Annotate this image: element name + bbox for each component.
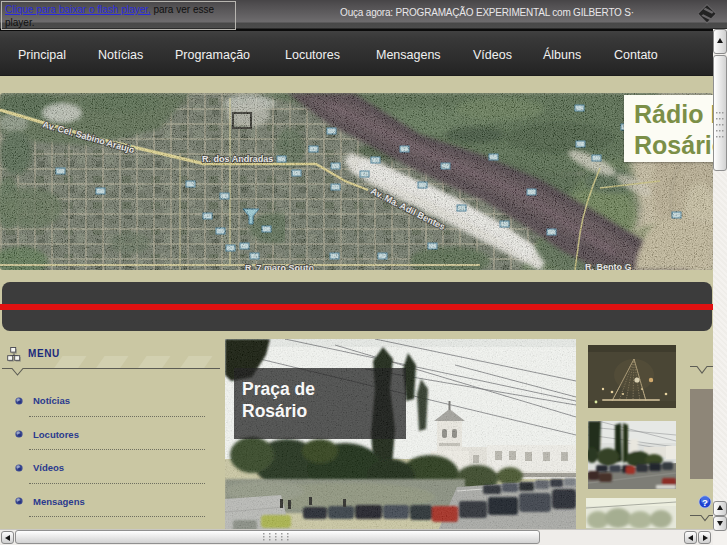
- svg-text:?: ?: [702, 497, 708, 508]
